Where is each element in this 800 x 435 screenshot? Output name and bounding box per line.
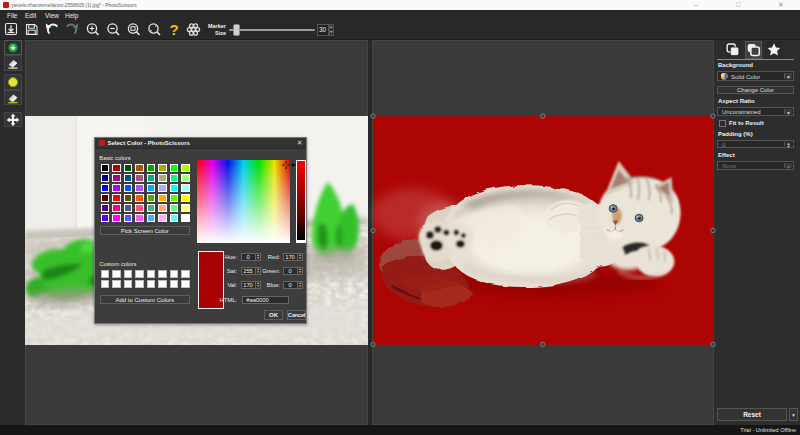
svg-text:?: ? (170, 21, 179, 38)
